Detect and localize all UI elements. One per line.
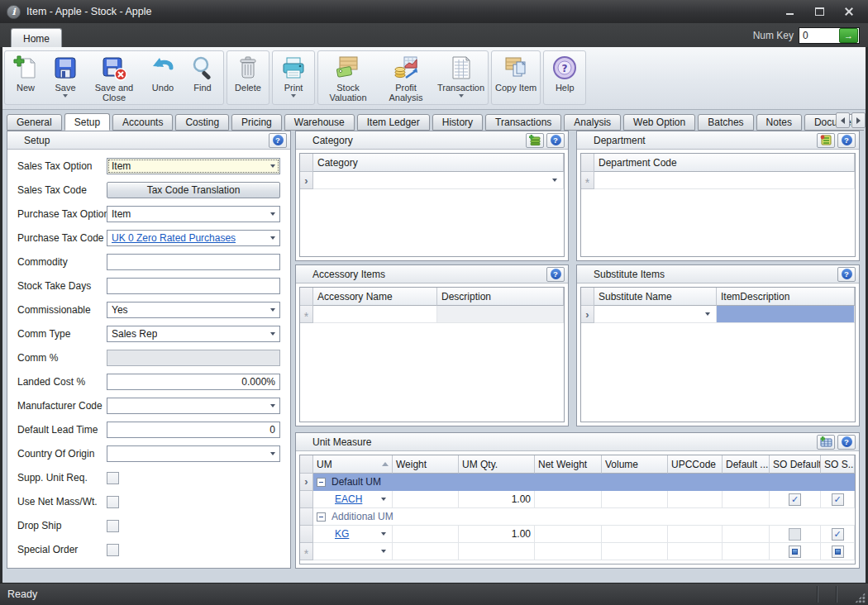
um-cell[interactable]: KG bbox=[313, 526, 393, 543]
default-lead-time-input[interactable]: 0 bbox=[107, 422, 280, 438]
item-description-header[interactable]: ItemDescription bbox=[717, 288, 855, 306]
upc-code-column-header[interactable]: UPCCode bbox=[668, 455, 723, 474]
default-cell[interactable] bbox=[723, 526, 770, 543]
comm-type-combo[interactable]: Sales Rep bbox=[107, 326, 280, 342]
minimize-button[interactable] bbox=[780, 5, 799, 18]
category-cell[interactable] bbox=[313, 172, 564, 189]
maximize-button[interactable] bbox=[810, 5, 828, 18]
tax-code-translation-button[interactable]: Tax Code Translation bbox=[107, 182, 280, 198]
tab-batches[interactable]: Batches bbox=[698, 114, 753, 131]
manufacturer-code-combo[interactable] bbox=[107, 398, 280, 414]
so-default-checkbox[interactable] bbox=[789, 493, 801, 506]
tab-accounts[interactable]: Accounts bbox=[112, 114, 173, 131]
purchase-tax-option-combo[interactable]: Item bbox=[107, 206, 280, 222]
net-weight-cell[interactable] bbox=[535, 491, 602, 508]
upc-code-cell[interactable] bbox=[668, 543, 723, 560]
upc-code-cell[interactable] bbox=[668, 526, 723, 543]
close-button[interactable] bbox=[840, 5, 858, 18]
save-button[interactable]: Save bbox=[45, 53, 85, 98]
num-key-go-button[interactable] bbox=[839, 28, 858, 43]
save-and-close-button[interactable]: Save and Close bbox=[85, 53, 143, 102]
row-selector[interactable] bbox=[300, 474, 313, 491]
um-qty-cell[interactable]: 1.00 bbox=[459, 491, 535, 508]
um-qty-cell[interactable]: 1.00 bbox=[459, 526, 535, 543]
country-of-origin-combo[interactable] bbox=[107, 445, 280, 462]
tab-setup[interactable]: Setup bbox=[64, 113, 110, 131]
tab-general[interactable]: General bbox=[7, 114, 62, 131]
volume-column-header[interactable]: Volume bbox=[602, 455, 668, 474]
um-group-row-additional[interactable]: Additional UM bbox=[300, 508, 855, 526]
accessory-help-button[interactable] bbox=[546, 267, 565, 282]
unit-measure-add-button[interactable] bbox=[817, 435, 835, 450]
new-row-selector[interactable] bbox=[300, 543, 313, 560]
profit-analysis-button[interactable]: Profit Analysis bbox=[377, 53, 435, 102]
new-row-selector[interactable] bbox=[581, 172, 594, 189]
tab-notes[interactable]: Notes bbox=[756, 114, 802, 131]
default-cell[interactable] bbox=[723, 491, 770, 508]
tab-scroll-left-button[interactable] bbox=[836, 112, 850, 128]
undo-button[interactable]: Undo bbox=[143, 53, 183, 93]
weight-column-header[interactable]: Weight bbox=[393, 455, 459, 474]
setup-help-button[interactable] bbox=[269, 133, 287, 148]
accessory-name-cell[interactable] bbox=[313, 306, 437, 323]
um-qty-column-header[interactable]: UM Qty. bbox=[459, 455, 535, 474]
tab-analysis[interactable]: Analysis bbox=[564, 114, 621, 131]
so-default-checkbox[interactable] bbox=[789, 545, 801, 558]
transaction-button[interactable]: Transaction bbox=[435, 53, 487, 98]
new-row-selector[interactable] bbox=[300, 306, 313, 323]
net-weight-column-header[interactable]: Net Weight bbox=[535, 455, 602, 474]
so-s-column-header[interactable]: SO S... bbox=[821, 455, 855, 474]
upc-code-cell[interactable] bbox=[668, 491, 723, 508]
item-description-cell[interactable] bbox=[717, 306, 855, 323]
tab-history[interactable]: History bbox=[432, 114, 483, 131]
help-button[interactable]: ? Help bbox=[545, 53, 584, 93]
tab-transactions[interactable]: Transactions bbox=[485, 114, 561, 131]
landed-cost-pct-input[interactable]: 0.000% bbox=[107, 374, 280, 390]
find-button[interactable]: Find bbox=[183, 53, 222, 93]
department-help-button[interactable] bbox=[837, 133, 856, 148]
collapse-icon[interactable] bbox=[317, 478, 326, 487]
commodity-input[interactable] bbox=[107, 254, 280, 270]
row-selector[interactable] bbox=[300, 172, 313, 189]
row-selector[interactable] bbox=[300, 491, 313, 508]
category-column-header[interactable]: Category bbox=[313, 154, 564, 172]
print-button[interactable]: Print bbox=[274, 53, 313, 98]
use-net-mass-wt-checkbox[interactable] bbox=[107, 496, 119, 508]
um-cell[interactable]: EACH bbox=[313, 491, 393, 508]
weight-cell[interactable] bbox=[393, 543, 459, 560]
commissionable-combo[interactable]: Yes bbox=[107, 302, 280, 318]
so-s-checkbox[interactable] bbox=[832, 528, 844, 541]
category-help-button[interactable] bbox=[546, 133, 565, 148]
tab-item-ledger[interactable]: Item Ledger bbox=[357, 114, 430, 131]
net-weight-cell[interactable] bbox=[535, 526, 602, 543]
stock-valuation-button[interactable]: Stock Valuation bbox=[319, 53, 377, 102]
weight-cell[interactable] bbox=[393, 491, 459, 508]
substitute-name-header[interactable]: Substitute Name bbox=[594, 288, 717, 306]
volume-cell[interactable] bbox=[602, 491, 668, 508]
um-link[interactable]: EACH bbox=[335, 493, 362, 505]
unit-measure-help-button[interactable] bbox=[837, 435, 856, 450]
department-cell[interactable] bbox=[594, 172, 855, 189]
copy-item-button[interactable]: Copy Item bbox=[493, 53, 539, 93]
accessory-name-header[interactable]: Accessory Name bbox=[313, 288, 437, 306]
um-group-row-default[interactable]: Default UM bbox=[300, 474, 855, 491]
stock-take-days-input[interactable] bbox=[107, 278, 280, 294]
default-cell[interactable] bbox=[723, 543, 770, 560]
net-weight-cell[interactable] bbox=[535, 543, 602, 560]
accessory-description-header[interactable]: Description bbox=[437, 288, 564, 306]
new-button[interactable]: New bbox=[6, 53, 45, 93]
um-link[interactable]: KG bbox=[335, 528, 349, 540]
row-selector[interactable] bbox=[300, 508, 313, 526]
tab-warehouse[interactable]: Warehouse bbox=[284, 114, 355, 131]
ribbon-tab-home[interactable]: Home bbox=[11, 28, 62, 48]
collapse-icon[interactable] bbox=[317, 512, 326, 522]
tab-web-option[interactable]: Web Option bbox=[623, 114, 695, 131]
sales-tax-option-combo[interactable]: Item bbox=[107, 158, 280, 174]
drop-ship-checkbox[interactable] bbox=[107, 520, 119, 532]
weight-cell[interactable] bbox=[393, 526, 459, 543]
department-column-header[interactable]: Department Code bbox=[594, 154, 855, 172]
um-cell[interactable] bbox=[313, 543, 393, 560]
volume-cell[interactable] bbox=[602, 526, 668, 543]
delete-button[interactable]: Delete bbox=[228, 53, 268, 93]
row-selector[interactable] bbox=[300, 526, 313, 543]
